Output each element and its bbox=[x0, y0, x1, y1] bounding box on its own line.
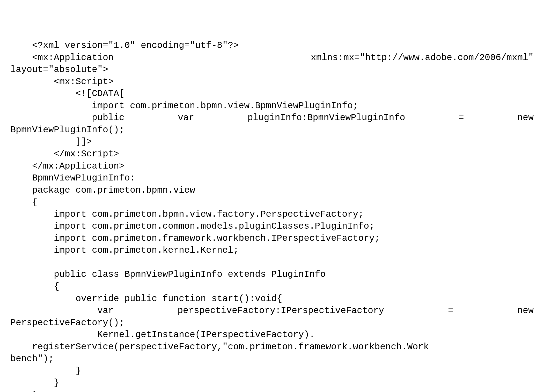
code-line bbox=[10, 257, 534, 269]
code-line: <![CDATA[ bbox=[10, 88, 534, 100]
code-line: import com.primeton.framework.workbench.… bbox=[10, 233, 534, 245]
code-line: ]]> bbox=[10, 136, 534, 148]
code-line: } bbox=[10, 365, 534, 377]
code-line: } bbox=[10, 377, 534, 389]
code-line: { bbox=[10, 281, 534, 293]
code-line: package com.primeton.bpmn.view bbox=[10, 184, 534, 197]
code-line: <mx:Applicationxmlns:mx="http://www.adob… bbox=[10, 52, 534, 64]
code-page: <?xml version="1.0" encoding="utf-8"?> <… bbox=[0, 0, 544, 392]
code-line: Kernel.getInstance(IPerspectiveFactory). bbox=[10, 329, 534, 341]
code-line: import com.primeton.kernel.Kernel; bbox=[10, 244, 534, 257]
code-block: <?xml version="1.0" encoding="utf-8"?> <… bbox=[10, 40, 534, 392]
code-line: } bbox=[10, 389, 534, 392]
code-line: BpmnViewPluginInfo: bbox=[10, 172, 534, 184]
code-line: <?xml version="1.0" encoding="utf-8"?> bbox=[10, 40, 534, 52]
code-line: { bbox=[10, 196, 534, 208]
code-line: import com.primeton.common.models.plugin… bbox=[10, 220, 534, 233]
code-line: </mx:Script> bbox=[10, 148, 534, 160]
code-line: </mx:Application> bbox=[10, 160, 534, 172]
code-line: <mx:Script> bbox=[10, 76, 534, 88]
code-line: registerService(perspectiveFactory,"com.… bbox=[10, 341, 534, 353]
code-line: BpmnViewPluginInfo(); bbox=[10, 124, 534, 136]
code-line: publicvarpluginInfo:BpmnViewPluginInfo=n… bbox=[10, 112, 534, 124]
code-line: import com.primeton.bpmn.view.factory.Pe… bbox=[10, 208, 534, 221]
code-line: bench"); bbox=[10, 353, 534, 365]
code-line: public class BpmnViewPluginInfo extends … bbox=[10, 268, 534, 281]
code-line: override public function start():void{ bbox=[10, 293, 534, 305]
code-line: import com.primeton.bpmn.view.BpmnViewPl… bbox=[10, 100, 534, 112]
code-line: layout="absolute"> bbox=[10, 64, 534, 76]
code-line: PerspectiveFactory(); bbox=[10, 317, 534, 329]
code-line: varperspectiveFactory:IPerspectiveFactor… bbox=[10, 305, 534, 317]
